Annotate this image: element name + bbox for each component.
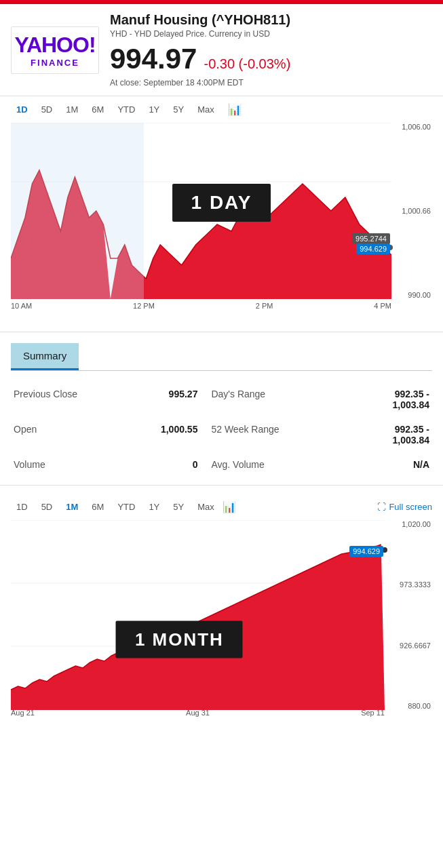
stock-subtitle: YHD - YHD Delayed Price. Currency in USD (110, 29, 432, 39)
tab-1y-chart1[interactable]: 1Y (143, 102, 165, 117)
label-open: Open (11, 417, 116, 452)
x-label-2pm: 2 PM (256, 302, 273, 310)
y2-label-2: 973.3333 (385, 580, 432, 589)
tab-1y-chart2[interactable]: 1Y (143, 499, 165, 515)
chart2-tabs: 1D 5D 1M 6M YTD 1Y 5Y Max 📊 ⛶ Full scree… (11, 496, 432, 520)
yahoo-text: YAHOO! (14, 33, 95, 58)
label-52week: 52 Week Range (200, 417, 305, 452)
stock-price-row: 994.97 -0.30 (-0.03%) (110, 43, 432, 75)
y2-label-bot: 880.00 (385, 702, 432, 710)
chart1-tooltip: 994.629 (356, 243, 390, 254)
label-prev-close: Previous Close (11, 382, 116, 417)
tab-ytd-chart2[interactable]: YTD (112, 499, 140, 515)
y-label-top: 1,006.00 (391, 123, 432, 131)
chart-type-icon[interactable]: 📊 (228, 103, 242, 116)
y-label-bot: 990.00 (391, 291, 432, 299)
chart2-container: 1,020.00 973.3333 926.6667 880.00 994.62… (11, 520, 432, 737)
x2-label-sep11: Sep 11 (361, 709, 385, 717)
stock-time: At close: September 18 4:00PM EDT (110, 78, 432, 87)
x-label-10am: 10 AM (11, 302, 32, 310)
finance-text: FINANCE (31, 58, 79, 68)
y-label-mid: 1,000.66 (391, 207, 432, 215)
fullscreen-button[interactable]: ⛶ Full screen (377, 502, 432, 512)
chart1-container: 1,006.00 1,000.66 990.00 995.2744 994.62… (11, 123, 432, 326)
chart1-tabs: 1D 5D 1M 6M YTD 1Y 5Y Max 📊 (0, 96, 443, 123)
chart2-svg (11, 520, 385, 710)
yahoo-logo: YAHOO! FINANCE (11, 26, 99, 74)
stats-row-3: Volume 0 Avg. Volume N/A (11, 452, 432, 477)
chart2-section: 1D 5D 1M 6M YTD 1Y 5Y Max 📊 ⛶ Full scree… (0, 496, 443, 737)
value-prev-close: 995.27 (116, 382, 200, 417)
label-volume: Volume (11, 452, 116, 477)
value-days-range: 992.35 -1,003.84 (306, 382, 432, 417)
chart1-svg (11, 123, 391, 299)
summary-section: Summary Previous Close 995.27 Day's Rang… (0, 332, 443, 477)
tab-ytd-chart1[interactable]: YTD (112, 102, 140, 117)
value-volume: 0 (116, 452, 200, 477)
summary-divider (0, 485, 443, 486)
stock-info: Manuf Housing (^YHOH811) YHD - YHD Delay… (110, 12, 432, 87)
stats-row-2: Open 1,000.55 52 Week Range 992.35 -1,00… (11, 417, 432, 452)
tab-max-chart2[interactable]: Max (192, 499, 220, 515)
tab-1m-chart1[interactable]: 1M (60, 102, 83, 117)
tab-1d-chart1[interactable]: 1D (11, 102, 33, 117)
summary-tabs: Summary (11, 343, 432, 371)
stats-row-1: Previous Close 995.27 Day's Range 992.35… (11, 382, 432, 417)
chart2-tooltip: 994.629 (349, 546, 383, 557)
x-label-4pm: 4 PM (374, 302, 391, 310)
value-52week: 992.35 -1,003.84 (306, 417, 432, 452)
header: YAHOO! FINANCE Manuf Housing (^YHOH811) … (0, 4, 443, 96)
y2-label-top: 1,020.00 (385, 520, 432, 528)
tab-5y-chart1[interactable]: 5Y (168, 102, 189, 117)
tab-5d-chart1[interactable]: 5D (36, 102, 58, 117)
chart2-y-axis: 1,020.00 973.3333 926.6667 880.00 (385, 520, 432, 710)
label-avg-volume: Avg. Volume (200, 452, 305, 477)
y2-label-3: 926.6667 (385, 642, 432, 650)
tab-5y-chart2[interactable]: 5Y (168, 499, 189, 515)
fullscreen-label: Full screen (389, 502, 432, 512)
tab-6m-chart1[interactable]: 6M (86, 102, 109, 117)
chart2-type-icon[interactable]: 📊 (223, 500, 236, 513)
stock-change: -0.30 (-0.03%) (204, 56, 290, 72)
tab-max-chart1[interactable]: Max (192, 102, 220, 117)
chart1-tooltip2: 995.2744 (352, 233, 390, 244)
tab-6m-chart2[interactable]: 6M (86, 499, 109, 515)
label-days-range: Day's Range (200, 382, 305, 417)
chart1-x-axis: 10 AM 12 PM 2 PM 4 PM (11, 299, 432, 310)
value-avg-volume: N/A (306, 452, 432, 477)
x2-label-aug31: Aug 31 (186, 709, 210, 717)
chart1-area: 1,006.00 1,000.66 990.00 995.2744 994.62… (11, 123, 432, 299)
fullscreen-icon: ⛶ (377, 502, 386, 512)
x-label-12pm: 12 PM (133, 302, 155, 310)
x2-label-aug21: Aug 21 (11, 709, 35, 717)
tab-1d-chart2[interactable]: 1D (11, 499, 33, 515)
value-open: 1,000.55 (116, 417, 200, 452)
stock-price: 994.97 (110, 43, 197, 75)
chart2-x-axis: Aug 21 Aug 31 Sep 11 (11, 709, 385, 717)
stats-table: Previous Close 995.27 Day's Range 992.35… (11, 382, 432, 477)
chart1-y-axis: 1,006.00 1,000.66 990.00 (391, 123, 432, 299)
stock-name: Manuf Housing (^YHOH811) (110, 12, 432, 28)
tab-5d-chart2[interactable]: 5D (36, 499, 58, 515)
tab-1m-chart2[interactable]: 1M (60, 499, 83, 515)
tab-summary[interactable]: Summary (11, 343, 79, 370)
